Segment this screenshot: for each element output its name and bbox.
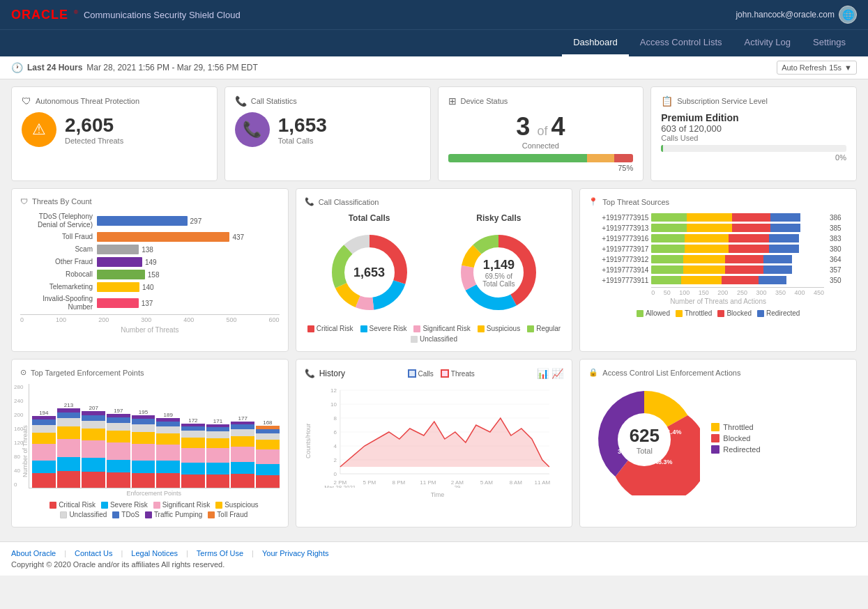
svg-text:12: 12 bbox=[330, 387, 337, 394]
device-progress-bar bbox=[448, 154, 634, 162]
svg-text:2: 2 bbox=[333, 457, 337, 463]
threat-protection-title: Autonomous Threat Protection bbox=[36, 97, 139, 105]
threat-sources-chart: +19197773915 386 +19197773913 bbox=[588, 213, 848, 317]
threat-value: 2,605 bbox=[65, 114, 123, 137]
device-icon: ⊞ bbox=[448, 95, 457, 107]
auto-refresh-label: Auto Refresh bbox=[782, 63, 826, 72]
device-percent: 75% bbox=[448, 164, 634, 172]
acl-main: 21.4% 48.3% 30.2% 625 Total Throttled Bl… bbox=[588, 384, 848, 495]
toolbar-left: 🕐 Last 24 Hours Mar 28, 2021 1:56 PM - M… bbox=[11, 62, 258, 73]
acl-total: 625 bbox=[630, 425, 660, 447]
footer-contact[interactable]: Contact Us bbox=[75, 549, 112, 557]
footer-links: About Oracle | Contact Us | Legal Notice… bbox=[11, 549, 857, 557]
call-label: Total Calls bbox=[278, 137, 327, 145]
footer-privacy[interactable]: Your Privacy Rights bbox=[262, 549, 329, 557]
shield-icon: 🛡 bbox=[22, 95, 31, 107]
donut-row: Total Calls 1,653 bbox=[305, 213, 564, 318]
auto-refresh-selector[interactable]: Auto Refresh 15s ▼ bbox=[777, 61, 857, 75]
history-y-label: Counts/Hour bbox=[305, 383, 312, 498]
bottom-row: ⊙ Top Targeted Enforcement Points Number… bbox=[11, 359, 857, 527]
svg-text:11 PM: 11 PM bbox=[420, 479, 436, 486]
ep-x-label: Enforcement Points bbox=[29, 490, 280, 497]
total-calls-donut: 1,653 bbox=[324, 227, 415, 318]
svg-text:5 PM: 5 PM bbox=[363, 479, 376, 486]
subscription-limit: 120,000 bbox=[689, 123, 722, 134]
history-title: History bbox=[319, 369, 345, 378]
footer-legal[interactable]: Legal Notices bbox=[131, 549, 178, 557]
call-class-legend: Critical Risk Severe Risk Significant Ri… bbox=[305, 325, 564, 343]
subscription-used-label: Calls Used bbox=[661, 134, 846, 142]
subscription-icon: 📋 bbox=[661, 95, 673, 107]
threat-sources-axis-label: Number of Threats and Actions bbox=[588, 298, 848, 305]
time-label: Last 24 Hours bbox=[27, 63, 82, 72]
svg-text:29: 29 bbox=[454, 484, 460, 488]
threat-sources-legend: Allowed Throttled Blocked Redirected bbox=[588, 309, 848, 317]
history-icon: 📞 bbox=[305, 369, 315, 378]
threat-icon-circle: ⚠ bbox=[22, 112, 56, 147]
footer: About Oracle | Contact Us | Legal Notice… bbox=[0, 541, 868, 576]
top-threat-sources-card: 📍 Top Threat Sources +19197773915 386 +1… bbox=[579, 188, 857, 352]
risky-calls-sub: 69.5% of bbox=[482, 272, 515, 280]
header-user: john.hancock@oracle.com 🌐 bbox=[736, 6, 857, 24]
history-header: 📞 History Calls Threats 📊 📈 bbox=[305, 368, 564, 379]
toolbar: 🕐 Last 24 Hours Mar 28, 2021 1:56 PM - M… bbox=[0, 56, 868, 79]
bar-label-6: Invalid-Spoofing Number bbox=[20, 295, 97, 311]
call-value: 1,653 bbox=[278, 114, 327, 137]
total-calls-label: Total Calls bbox=[324, 213, 415, 223]
svg-text:10: 10 bbox=[330, 401, 337, 408]
bar-label-0: TDoS (Telephony Denial of Service) bbox=[20, 213, 97, 229]
stats-row: 🛡 Autonomous Threat Protection ⚠ 2,605 D… bbox=[11, 86, 857, 181]
acl-card: 🔒 Access Control List Enforcement Action… bbox=[579, 359, 857, 527]
svg-text:4: 4 bbox=[333, 443, 337, 449]
bar-label-3: Other Fraud bbox=[20, 258, 97, 266]
threats-axis-label: Number of Threats bbox=[20, 326, 280, 334]
history-card: 📞 History Calls Threats 📊 📈 Counts/Hour bbox=[296, 359, 573, 527]
risky-calls-donut: 1,149 69.5% of Total Calls bbox=[453, 227, 544, 318]
header: ORACLE ® Communications Security Shield … bbox=[0, 0, 868, 29]
shield2-icon: 🛡 bbox=[20, 197, 28, 206]
nav-dashboard[interactable]: Dashboard bbox=[562, 30, 629, 56]
subscription-pct: 0% bbox=[661, 153, 846, 162]
bar-label-4: Robocall bbox=[20, 270, 97, 279]
bar-label-1: Toll Fraud bbox=[20, 233, 97, 241]
acl-title: Access Control List Enforcement Actions bbox=[602, 369, 740, 377]
phone-icon: 📞 bbox=[235, 95, 247, 107]
history-chart-container: Counts/Hour bbox=[305, 383, 564, 498]
subscription-title: Subscription Service Level bbox=[677, 97, 768, 105]
call-stats-card: 📞 Call Statistics 📞 1,653 Total Calls bbox=[224, 86, 431, 181]
subscription-bar bbox=[661, 145, 846, 152]
footer-about[interactable]: About Oracle bbox=[11, 549, 56, 557]
svg-text:5 AM: 5 AM bbox=[480, 479, 493, 486]
subscription-card: 📋 Subscription Service Level Premium Edi… bbox=[650, 86, 857, 181]
nav-acl[interactable]: Access Control Lists bbox=[629, 30, 733, 56]
call-icon-circle: 📞 bbox=[235, 112, 270, 147]
ep-icon: ⊙ bbox=[20, 368, 26, 377]
header-logo: ORACLE ® Communications Security Shield … bbox=[11, 8, 241, 22]
bar-chart-view-icon[interactable]: 📊 bbox=[537, 368, 549, 379]
ep-title: Top Targeted Enforcement Points bbox=[31, 369, 144, 377]
footer-copyright: Copyright © 2020 Oracle and/or its affil… bbox=[11, 560, 857, 569]
footer-terms[interactable]: Terms Of Use bbox=[197, 549, 243, 557]
svg-text:0: 0 bbox=[333, 471, 337, 477]
subscription-usage: 603 of 120,000 bbox=[661, 123, 846, 134]
svg-text:8: 8 bbox=[333, 415, 337, 422]
nav-activity[interactable]: Activity Log bbox=[733, 30, 802, 56]
svg-text:Mar 28 2021: Mar 28 2021 bbox=[324, 484, 356, 488]
svg-text:8 PM: 8 PM bbox=[392, 479, 405, 486]
header-title: Communications Security Shield Cloud bbox=[84, 10, 241, 20]
nav-settings[interactable]: Settings bbox=[802, 30, 857, 56]
device-connected: 3 bbox=[516, 112, 530, 141]
risky-calls-sub2: Total Calls bbox=[482, 280, 515, 288]
user-email: john.hancock@oracle.com bbox=[736, 10, 835, 20]
threat-sources-icon: 📍 bbox=[588, 197, 598, 206]
bar-label-5: Telemarketing bbox=[20, 283, 97, 291]
threat-sources-title: Top Threat Sources bbox=[602, 198, 669, 206]
acl-icon: 🔒 bbox=[588, 368, 598, 377]
toolbar-right: Auto Refresh 15s ▼ bbox=[777, 61, 857, 75]
device-status-title: Device Status bbox=[461, 97, 508, 105]
device-label: Connected bbox=[448, 141, 634, 150]
avatar: 🌐 bbox=[839, 6, 857, 24]
line-chart-view-icon[interactable]: 📈 bbox=[551, 368, 563, 379]
oracle-logo: ORACLE bbox=[11, 8, 68, 22]
device-total: 4 bbox=[551, 112, 565, 141]
